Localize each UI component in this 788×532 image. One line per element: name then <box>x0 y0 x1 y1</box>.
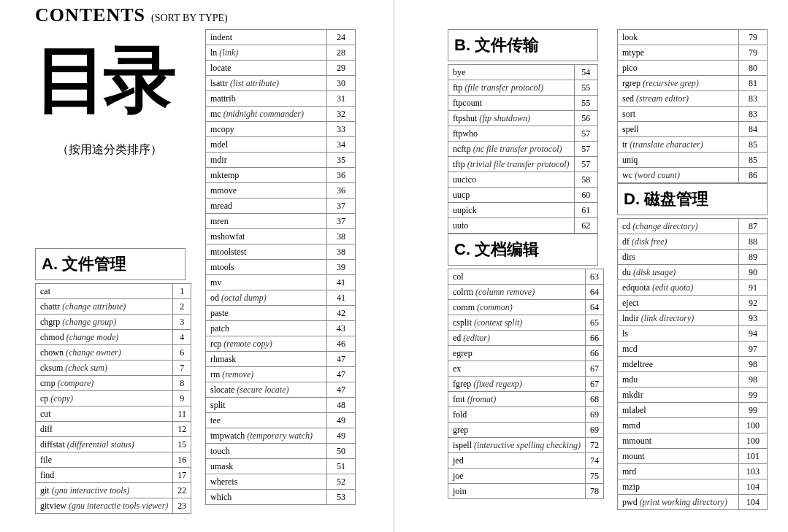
command-cell: mdu <box>618 372 739 388</box>
command-name: look <box>622 32 638 42</box>
command-name: chattr <box>40 301 60 312</box>
command-name: mrd <box>622 466 636 477</box>
table-row: cd (change directory)87 <box>618 219 768 234</box>
command-note: (change owner) <box>64 347 121 358</box>
command-cell: comm (common) <box>448 300 586 315</box>
command-cell: mount <box>618 449 739 464</box>
table-row: cp (copy)9 <box>36 391 191 406</box>
table-row: look79 <box>618 30 768 45</box>
page-number: 51 <box>327 459 356 474</box>
command-name: mktemp <box>210 170 239 180</box>
page-number: 60 <box>574 188 597 203</box>
page-number: 3 <box>173 315 191 330</box>
page-number: 47 <box>327 367 356 382</box>
command-name: cp <box>40 393 48 404</box>
table-row: bye54 <box>448 65 598 80</box>
command-name: sed <box>622 93 634 104</box>
command-cell: mc (midnight commander) <box>206 107 327 122</box>
page-number: 2 <box>173 299 191 315</box>
command-name: mtoolstest <box>210 247 246 257</box>
page-number: 55 <box>574 80 597 96</box>
command-name: chown <box>40 347 64 358</box>
command-cell: ftp (file transfer protocol) <box>448 80 575 96</box>
command-cell: locate <box>206 61 327 76</box>
page-number: 9 <box>173 391 191 406</box>
table-row: mcopy33 <box>206 122 356 137</box>
command-cell: ispell (interactive spelling checking) <box>448 438 586 453</box>
page-number: 28 <box>327 45 356 61</box>
table-row: whereis52 <box>206 474 356 490</box>
page-number: 65 <box>585 315 603 331</box>
command-name: chgrp <box>40 317 60 327</box>
table-row: fmt (fromat)68 <box>448 392 604 407</box>
command-name: ncftp <box>453 144 471 154</box>
page-number: 61 <box>574 203 597 218</box>
table-row: paste42 <box>206 306 356 321</box>
command-note: (fixed regexp) <box>471 379 522 389</box>
command-cell: tftp (trivial file transfer protocol) <box>448 157 575 172</box>
command-cell: cmp (compare) <box>36 376 173 391</box>
command-cell: touch <box>206 444 327 459</box>
page-number: 11 <box>173 406 191 422</box>
command-cell: find <box>36 468 173 483</box>
command-cell: uniq <box>618 153 739 168</box>
command-name: lsattr <box>210 78 228 88</box>
command-note: (change mode) <box>64 332 119 342</box>
table-row: pico80 <box>618 61 768 76</box>
table-row: col63 <box>448 269 604 285</box>
page-number: 41 <box>327 290 356 306</box>
command-name: which <box>210 492 232 502</box>
command-cell: cat <box>36 284 173 299</box>
command-name: tmpwatch <box>210 431 245 441</box>
command-cell: mmove <box>206 183 327 198</box>
page-number: 1 <box>173 284 191 299</box>
table-row: edquota (edit quota)91 <box>618 280 768 296</box>
table-row: cut11 <box>36 406 191 422</box>
command-cell: uuto <box>448 218 575 234</box>
command-note: (check sum) <box>63 363 107 373</box>
command-cell: chmod (change mode) <box>36 330 173 345</box>
command-table: cd (change directory)87df (disk free)88d… <box>617 218 768 510</box>
table-row: git (gnu interactive tools)22 <box>36 483 191 498</box>
table-row: ex67 <box>448 361 604 377</box>
command-cell: whereis <box>206 474 327 490</box>
table-row: uucp60 <box>448 188 598 203</box>
command-cell: lndir (link directory) <box>618 311 739 326</box>
command-cell: chgrp (change group) <box>36 315 173 330</box>
command-name: jed <box>453 455 464 466</box>
table-row: indent24 <box>206 30 356 45</box>
page-number: 83 <box>739 91 768 107</box>
command-name: uucico <box>453 174 476 185</box>
command-cell: grep <box>448 423 586 438</box>
command-cell: colrm (column remove) <box>448 285 586 300</box>
table-row: tee49 <box>206 413 356 428</box>
command-note: (change attribute) <box>60 301 126 312</box>
page-number: 36 <box>327 168 356 183</box>
page-number: 104 <box>739 495 768 510</box>
command-cell: joe <box>448 469 586 484</box>
table-row: csplit (context split)65 <box>448 315 604 331</box>
page-number: 53 <box>327 490 356 505</box>
command-note: (disk usage) <box>631 267 676 277</box>
table-row: fold69 <box>448 407 604 423</box>
command-note: (stream editor) <box>634 93 689 104</box>
command-cell: edquota (edit quota) <box>618 280 739 296</box>
command-name: mread <box>210 201 232 211</box>
command-note: (disk free) <box>630 236 667 247</box>
page-number: 97 <box>739 342 768 357</box>
table-row: slocate (secure locate)47 <box>206 382 356 398</box>
command-cell: od (octal dump) <box>206 290 327 306</box>
command-name: mtype <box>622 47 644 58</box>
command-name: spell <box>622 124 639 134</box>
command-name: mren <box>210 216 229 226</box>
table-row: rgrep (recursive grep)81 <box>618 76 768 91</box>
page-number: 88 <box>739 234 768 250</box>
command-cell: ftpwho <box>448 126 575 142</box>
command-cell: split <box>206 398 327 413</box>
command-cell: mrd <box>618 464 739 479</box>
command-cell: rm (remove) <box>206 367 327 382</box>
command-note: (print working directory) <box>638 497 727 507</box>
page-number: 66 <box>585 346 603 361</box>
table-row: mdel34 <box>206 137 356 153</box>
column-4: look79mtype79pico80rgrep (recursive grep… <box>617 29 768 510</box>
